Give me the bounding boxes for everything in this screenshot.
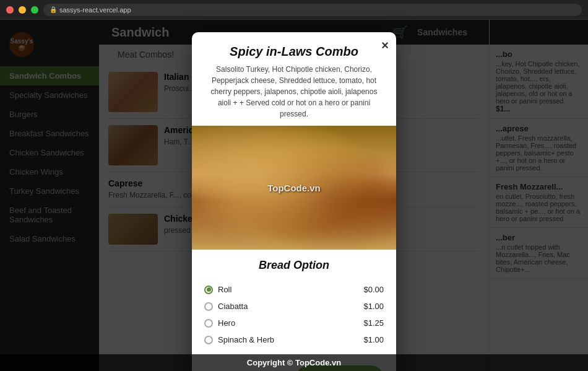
radio-roll[interactable] [204, 286, 213, 294]
modal-title: Spicy in-Laws Combo [204, 45, 384, 59]
bread-option-hero[interactable]: Hero $1.25 [204, 315, 384, 331]
sandwich-visual [192, 126, 396, 250]
bread-price-ciabatta: $1.00 [363, 302, 384, 311]
radio-hero[interactable] [204, 319, 213, 328]
bread-option-left: Roll [204, 285, 231, 294]
bread-option-left: Ciabatta [204, 302, 248, 311]
modal-overlay[interactable]: × Spicy in-Laws Combo Salsolito Turkey, … [0, 20, 588, 371]
bread-option-left: Hero [204, 318, 235, 328]
bread-name-hero: Hero [218, 318, 235, 328]
bread-name-spinach-herb: Spinach & Herb [218, 335, 274, 344]
minimize-browser-btn[interactable] [19, 6, 26, 14]
modal-description: Salsolito Turkey, Hot Chipotle chicken, … [204, 64, 384, 120]
bread-option-left: Spinach & Herb [204, 335, 274, 344]
bread-option-spinach-herb[interactable]: Spinach & Herb $1.00 [204, 331, 384, 348]
bread-name-roll: Roll [218, 285, 231, 294]
bread-option-roll[interactable]: Roll $0.00 [204, 281, 384, 298]
close-browser-btn[interactable] [6, 6, 14, 14]
url-text: sassys-react.vercel.app [59, 6, 131, 14]
copyright-watermark: Copyright © TopCode.vn [0, 354, 588, 371]
bread-options: Roll $0.00 Ciabatta $1.00 Hero $1.25 [192, 278, 396, 357]
modal-header: Spicy in-Laws Combo Salsolito Turkey, Ho… [192, 32, 396, 126]
bread-price-spinach-herb: $1.00 [363, 335, 384, 344]
browser-toolbar: 🔒 sassys-react.vercel.app [0, 0, 588, 20]
bread-section-title: Bread Option [192, 250, 396, 278]
bread-price-roll: $0.00 [363, 285, 384, 294]
modal-product-image: TopCode.vn [192, 126, 396, 250]
lock-icon: 🔒 [50, 6, 57, 13]
bread-price-hero: $1.25 [363, 318, 384, 328]
bread-name-ciabatta: Ciabatta [218, 302, 248, 311]
watermark-text: Copyright © TopCode.vn [247, 358, 341, 367]
radio-ciabatta[interactable] [204, 302, 213, 311]
item-detail-modal: × Spicy in-Laws Combo Salsolito Turkey, … [192, 32, 396, 371]
url-bar[interactable]: 🔒 sassys-react.vercel.app [43, 4, 582, 16]
modal-close-button[interactable]: × [381, 38, 389, 53]
bread-option-ciabatta[interactable]: Ciabatta $1.00 [204, 298, 384, 315]
maximize-browser-btn[interactable] [31, 6, 38, 14]
radio-spinach-herb[interactable] [204, 336, 213, 344]
